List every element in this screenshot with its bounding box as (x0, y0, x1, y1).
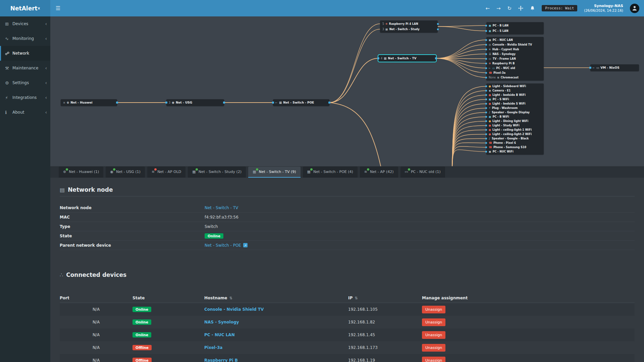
tab-net-ap-old[interactable]: ≋ Net - AP OLD (147, 167, 185, 178)
device-light-ceiling-light-2-wifi[interactable]: ● Light - ceiling-light-2 WiFi (486, 132, 544, 136)
node-net-switch-tv[interactable]: 4 ▦ Net - Switch - TV (378, 55, 436, 62)
device-pc-nuc-lan[interactable]: ▣ PC - NUC LAN (486, 38, 544, 42)
unassign-button[interactable]: Unassign (422, 318, 445, 326)
device-light-bedside-s-wifi[interactable]: ● Light - bedside S WiFi (486, 102, 544, 106)
tab-net-huawei-1[interactable]: ⊕ Net - Huawei (1) (59, 167, 103, 178)
back-button[interactable]: ← (485, 5, 490, 11)
tab-icon-wrap: ≋ (364, 170, 367, 174)
sidebar-item-icon: ℹ (5, 110, 12, 115)
status-dot (310, 168, 313, 171)
device-pixel-3a[interactable]: ☎ Pixel-3a (486, 70, 544, 75)
external-link-icon[interactable]: ↗ (243, 243, 248, 247)
device-pc-s-lan[interactable]: ▣ PC - S LAN (486, 28, 544, 34)
device-pc-nuc-wifi[interactable]: ▣ PC - NUC WiFi (486, 149, 544, 154)
refresh-button[interactable]: ↻ (507, 5, 512, 11)
field-value-link[interactable]: Net - Switch - POE (205, 243, 241, 248)
device-light-ceiling-light-1-wifi[interactable]: ● Light - ceiling-light-1 WiFi (486, 128, 544, 132)
tab-icon: ▦ (253, 170, 256, 174)
port-connector (485, 72, 487, 74)
tab-net-switch-tv-9[interactable]: ▦ Net - Switch - TV (9) (248, 167, 300, 178)
device-nas-synology[interactable]: ☰ NAS - Synology (486, 52, 544, 56)
device-raspberry-pi-b[interactable]: ❋ Raspberry Pi B (486, 61, 544, 66)
tab-icon-wrap: ▦ (192, 170, 196, 174)
hostname-link[interactable]: Pixel-3a (204, 345, 222, 350)
device-pc-b-wifi[interactable]: ▣ PC - B WiFi (486, 115, 544, 119)
unassign-button[interactable]: Unassign (422, 344, 445, 352)
tab-pc-nuc-old-1[interactable]: ▭ PC - NUC old (1) (400, 167, 445, 178)
status-dot (154, 168, 157, 171)
node-net-switch-poe[interactable]: ← ▦ Net - Switch - POE (273, 99, 329, 106)
sidebar-item-about[interactable]: ℹ About ‹ (0, 105, 50, 120)
device-light-bedside-b-wifi[interactable]: ● Light - bedside B WiFi (486, 93, 544, 97)
topology-edge (451, 143, 486, 166)
device-type-icon: ▦ (384, 57, 387, 60)
sort-icon[interactable]: ⇅ (355, 296, 358, 300)
sidebar-item-label: Devices (12, 21, 45, 26)
device-chromecast[interactable]: None ≋ Chromecast (486, 75, 544, 80)
device-phone-samsung-s10[interactable]: ☎ Phone - Samsung S10 (486, 145, 544, 149)
sidebar-toggle-button[interactable]: ☰ (50, 0, 66, 16)
device-label: Raspberry Pi 4 LAN (389, 22, 418, 25)
device-pc-nuc-old[interactable]: ← ▭ PC - NUC old (486, 66, 544, 70)
tab-net-usg-1[interactable]: ◉ Net - USG (1) (106, 167, 145, 178)
device-label: Phone - Pixel 6 (493, 141, 516, 144)
move-pan-icon[interactable] (518, 6, 523, 11)
port-connector (485, 116, 487, 118)
field-value-link[interactable]: Net - Switch - TV (205, 205, 238, 210)
hostname-link[interactable]: Console - Nvidia Shield TV (204, 307, 264, 312)
hostname-cell: PC - NUC LAN (204, 333, 348, 337)
column-header-port[interactable]: Port (60, 296, 132, 300)
tab-net-ap-42[interactable]: ≋ Net - AP (42) (360, 167, 398, 178)
unassign-button[interactable]: Unassign (422, 357, 445, 362)
hostname-link[interactable]: Raspberry Pi B (204, 358, 238, 362)
hostname-link[interactable]: NAS - Synology (204, 320, 239, 324)
column-header-ip[interactable]: IP⇅ (348, 296, 422, 300)
device-light-study-wifi[interactable]: ● Light - Study WiFi (486, 123, 544, 128)
state-badge: Online (132, 307, 151, 312)
device-phone-pixel-6[interactable]: ☎ Phone - Pixel 6 (486, 141, 544, 145)
unassign-button[interactable]: Unassign (422, 306, 445, 313)
device-camera-e1[interactable]: ◉ Camera - E1 (486, 88, 544, 93)
device-hub-cygnet-hub[interactable]: ✳ Hub - Cygnet Hub (486, 47, 544, 52)
device-light-dining-light-wifi[interactable]: ● Light - Dining light WiFi (486, 119, 544, 123)
hostname-link[interactable]: PC - NUC LAN (204, 333, 235, 337)
port-connector (223, 102, 225, 104)
field-mac: MAC f4:92:bf:a3:f3:56 ↗ (60, 213, 635, 222)
device-plug-washroom[interactable]: ⚡ Plug - Washroom (486, 106, 544, 110)
sidebar-item-network[interactable]: ☍ Network (0, 46, 50, 61)
group-wifi: ● Light - Sideboard WiFi ◉ Camera - E1 ●… (486, 83, 544, 155)
device-net-switch-study[interactable]: 3 ▦ Net - Switch - Study (380, 26, 438, 32)
device-light-sideboard-wifi[interactable]: ● Light - Sideboard WiFi (486, 84, 544, 88)
node-net-usg[interactable]: 3 ◉ Net - USG (166, 99, 224, 106)
unassign-button[interactable]: Unassign (422, 331, 445, 339)
device-type-icon: ▣ (489, 39, 491, 42)
tab-net-switch-study-2[interactable]: ▦ Net - Switch - Study (2) (188, 167, 246, 178)
device-type-icon: ≋ (497, 76, 499, 79)
tab-icon: ≋ (152, 170, 155, 174)
status-dot (113, 168, 115, 171)
sort-icon[interactable]: ⇅ (229, 296, 232, 300)
device-raspberry-pi-4-lan[interactable]: 5 ❋ Raspberry Pi 4 LAN (380, 21, 438, 26)
topology-canvas[interactable]: ≋ ⊕ Net - Huawei 3 ◉ Net - USG ← ▦ Net -… (50, 16, 644, 166)
sidebar-item-maintenance[interactable]: ⚒ Maintenance ‹ (0, 61, 50, 75)
sidebar-item-settings[interactable]: ⚙ Settings ‹ (0, 75, 50, 90)
device-label: PC - NUC LAN (493, 39, 513, 42)
node-net-huawei[interactable]: ≋ ⊕ Net - Huawei (61, 99, 117, 106)
sidebar-item-devices[interactable]: ⊞ Devices ‹ (0, 16, 50, 31)
forward-button[interactable]: → (496, 5, 501, 11)
device-console-nvidia-shield-tv[interactable]: ◎ Console - Nvidia Shield TV (486, 42, 544, 47)
avatar[interactable] (630, 4, 639, 13)
sidebar-item-monitoring[interactable]: ∿ Monitoring ‹ (0, 31, 50, 46)
app-logo[interactable]: NetAlertx (0, 0, 50, 16)
column-header-state[interactable]: State (132, 296, 204, 300)
node-vm-nixos[interactable]: ← ▭ VM - NixOS (590, 64, 639, 71)
notifications-bell-icon[interactable] (530, 6, 535, 11)
sidebar-item-integrations[interactable]: ⚡ Integrations ‹ (0, 90, 50, 105)
device-pc-b-lan[interactable]: ▣ PC - B LAN (486, 23, 544, 28)
device-pc-s-wifi[interactable]: ▣ PC - S WiFi (486, 97, 544, 102)
column-header-hostname[interactable]: Hostname⇅ (204, 296, 348, 300)
device-speaker-google-display[interactable]: ♪ Speaker - Google Display (486, 110, 544, 115)
tab-net-switch-poe-4[interactable]: ▦ Net - Switch - POE (4) (303, 167, 358, 178)
device-tv-frame-lan[interactable]: ▭ TV - Frame LAN (486, 56, 544, 61)
device-speaker-google-black[interactable]: ♪ Speaker - Google - Black (486, 136, 544, 141)
